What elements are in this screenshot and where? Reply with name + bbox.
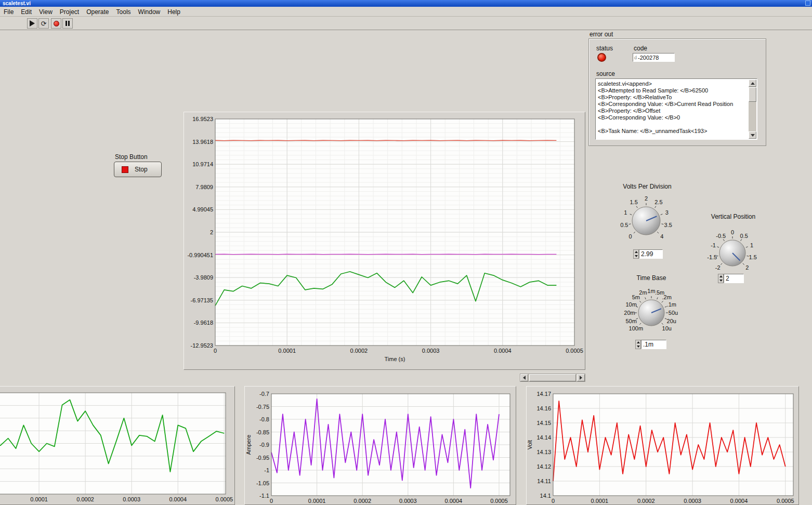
svg-text:-2: -2 xyxy=(715,264,721,271)
arrow-left-icon xyxy=(523,376,526,380)
scroll-up-button[interactable] xyxy=(749,79,756,87)
svg-text:1: 1 xyxy=(750,242,753,248)
svg-text:0: 0 xyxy=(629,233,632,240)
svg-text:2.5: 2.5 xyxy=(654,199,662,205)
scroll-left-button[interactable] xyxy=(520,374,528,381)
main-waveform-chart: 00.00010.00020.00030.00040.000516.952313… xyxy=(184,112,585,370)
code-field[interactable]: d -200278 xyxy=(633,53,675,62)
svg-text:-3.9809: -3.9809 xyxy=(194,274,213,281)
source-field[interactable]: scaletest.vi<append> <B>Attempted to Rea… xyxy=(595,78,757,140)
arrow-right-icon xyxy=(580,376,582,380)
svg-text:0.5: 0.5 xyxy=(620,222,628,228)
menu-item-window[interactable]: Window xyxy=(135,7,164,17)
svg-text:10u: 10u xyxy=(662,325,672,331)
pause-button[interactable] xyxy=(62,18,73,29)
svg-text:-1.1: -1.1 xyxy=(259,493,269,499)
svg-text:0.0005: 0.0005 xyxy=(490,498,508,504)
code-value: -200278 xyxy=(638,55,659,61)
svg-text:14.13: 14.13 xyxy=(536,449,551,455)
window-titlebar[interactable]: scaletest.vi xyxy=(0,0,812,7)
source-label: source xyxy=(596,70,615,77)
menu-bar: FileEditViewProjectOperateToolsWindowHel… xyxy=(0,7,812,17)
menu-item-file[interactable]: File xyxy=(0,7,17,17)
svg-text:0.5: 0.5 xyxy=(740,233,748,239)
svg-text:1: 1 xyxy=(624,209,627,216)
svg-text:3: 3 xyxy=(665,209,669,216)
svg-text:7.9809: 7.9809 xyxy=(195,184,213,190)
scroll-thumb[interactable] xyxy=(529,374,576,381)
svg-text:0: 0 xyxy=(270,498,273,504)
menu-item-project[interactable]: Project xyxy=(56,7,83,17)
scroll-down-button[interactable] xyxy=(749,131,756,139)
status-label: status xyxy=(596,45,613,52)
time-base-knob[interactable]: Time Base 100m50m20m10m5m2m1m.5m.2m.1m50… xyxy=(617,274,686,351)
increment-icon xyxy=(637,341,640,343)
menu-item-help[interactable]: Help xyxy=(164,7,184,17)
chart-x-scrollbar[interactable] xyxy=(520,374,585,382)
svg-text:Time (s): Time (s) xyxy=(385,356,405,362)
spinner-arrows[interactable] xyxy=(633,249,639,259)
zoom-chart-ampere: 00.00010.00020.00030.00040.0005-0.7-0.75… xyxy=(244,386,516,505)
svg-text:-0.95: -0.95 xyxy=(256,455,269,461)
menu-item-edit[interactable]: Edit xyxy=(17,7,35,17)
svg-text:0.0002: 0.0002 xyxy=(76,496,94,502)
svg-text:0.0003: 0.0003 xyxy=(684,498,701,504)
source-scrollbar[interactable] xyxy=(749,79,756,139)
volts-per-division-knob[interactable]: Volts Per Division 00.511.522.533.54 2.9… xyxy=(613,183,681,262)
svg-text:0.0004: 0.0004 xyxy=(169,496,187,502)
abort-button[interactable] xyxy=(51,18,61,29)
source-text: scaletest.vi<append> <B>Attempted to Rea… xyxy=(598,81,748,135)
stop-button-label: Stop xyxy=(135,166,148,173)
svg-text:0.0004: 0.0004 xyxy=(494,348,512,354)
svg-text:-1.05: -1.05 xyxy=(256,480,269,486)
volts-per-division-display[interactable]: 2.99 xyxy=(633,249,663,259)
svg-text:14.11: 14.11 xyxy=(537,478,551,484)
svg-text:0.0005: 0.0005 xyxy=(215,496,233,502)
svg-text:1.5: 1.5 xyxy=(749,254,757,260)
svg-text:-9.9618: -9.9618 xyxy=(194,320,213,326)
svg-text:0.0001: 0.0001 xyxy=(30,496,48,502)
svg-text:-1: -1 xyxy=(711,242,716,248)
error-out-caption: error out xyxy=(590,31,613,38)
svg-text:.2m: .2m xyxy=(662,294,672,300)
toolbar: ⟳ xyxy=(0,17,812,30)
spinner-arrows[interactable] xyxy=(718,274,724,283)
menu-item-tools[interactable]: Tools xyxy=(113,7,135,17)
arrow-up-icon xyxy=(751,82,755,85)
decrement-icon xyxy=(719,280,723,282)
scroll-right-button[interactable] xyxy=(577,374,585,381)
svg-text:0.0001: 0.0001 xyxy=(308,498,326,504)
time-base-display[interactable]: .1m xyxy=(635,340,666,349)
svg-text:-0.5: -0.5 xyxy=(716,233,726,239)
scroll-thumb[interactable] xyxy=(749,87,756,102)
svg-text:-0.75: -0.75 xyxy=(256,404,269,410)
svg-text:0.0002: 0.0002 xyxy=(637,498,655,504)
svg-text:0.0003: 0.0003 xyxy=(399,498,417,504)
stop-button-caption: Stop Button xyxy=(115,153,148,161)
svg-text:14.16: 14.16 xyxy=(536,405,551,411)
vertical-position-display[interactable]: 2 xyxy=(718,274,744,283)
run-continuously-button[interactable]: ⟳ xyxy=(38,18,49,29)
run-button[interactable] xyxy=(27,18,37,29)
window-menu-icon[interactable] xyxy=(805,1,810,6)
svg-text:0: 0 xyxy=(731,229,734,235)
svg-text:-12.9523: -12.9523 xyxy=(191,342,213,349)
svg-text:4: 4 xyxy=(660,233,663,240)
radix-glyph: d xyxy=(633,55,638,60)
svg-text:2m: 2m xyxy=(639,289,647,296)
increment-icon xyxy=(635,251,638,253)
svg-text:-0.9: -0.9 xyxy=(259,442,269,448)
svg-text:-0.7: -0.7 xyxy=(259,391,269,397)
svg-text:-1: -1 xyxy=(264,467,269,473)
spinner-arrows[interactable] xyxy=(635,340,641,349)
svg-text:4.99045: 4.99045 xyxy=(192,206,213,212)
menu-item-operate[interactable]: Operate xyxy=(83,7,112,17)
stop-button[interactable]: Stop xyxy=(114,162,162,177)
svg-text:-0.85: -0.85 xyxy=(256,429,269,435)
vertical-position-knob[interactable]: Vertical Position -2-1.5-1-0.500.511.52 … xyxy=(701,213,766,286)
menu-item-view[interactable]: View xyxy=(35,7,56,17)
zoom-chart-green: 00.00010.00020.00030.00040.0005 xyxy=(0,386,235,505)
status-led xyxy=(597,53,606,62)
svg-text:0.0002: 0.0002 xyxy=(350,348,368,354)
svg-text:Volt: Volt xyxy=(527,440,533,449)
